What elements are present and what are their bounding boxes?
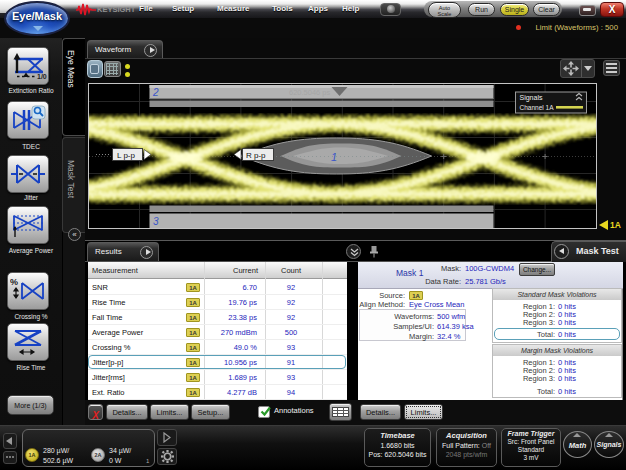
svg-text:620.5046 ps: 620.5046 ps	[289, 88, 331, 97]
svg-text:1: 1	[331, 151, 337, 163]
svg-text:2: 2	[152, 87, 159, 98]
svg-text:3: 3	[153, 216, 159, 227]
svg-text:L p-p: L p-p	[117, 151, 135, 160]
svg-text:Channel 1A: Channel 1A	[520, 104, 555, 111]
svg-text:R p-p: R p-p	[246, 151, 266, 160]
svg-text:Signals: Signals	[520, 94, 543, 102]
svg-text:%: %	[10, 277, 18, 287]
svg-text:1/0: 1/0	[37, 73, 47, 80]
